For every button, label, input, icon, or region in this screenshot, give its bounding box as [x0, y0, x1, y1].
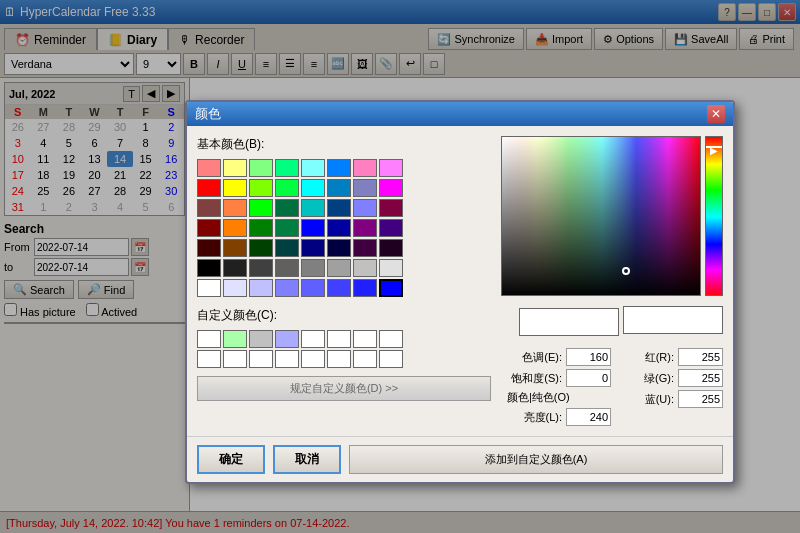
basic-color-swatch[interactable] [301, 279, 325, 297]
custom-color-swatch[interactable] [353, 350, 377, 368]
basic-color-swatch[interactable] [353, 239, 377, 257]
basic-color-swatch[interactable] [353, 259, 377, 277]
basic-color-swatch[interactable] [223, 239, 247, 257]
basic-color-swatch[interactable] [301, 219, 325, 237]
custom-color-swatch[interactable] [223, 330, 247, 348]
basic-color-swatch[interactable] [379, 159, 403, 177]
basic-color-swatch[interactable] [379, 259, 403, 277]
custom-color-swatch[interactable] [353, 330, 377, 348]
basic-color-swatch[interactable] [275, 179, 299, 197]
basic-color-swatch[interactable] [301, 259, 325, 277]
basic-color-swatch[interactable] [301, 239, 325, 257]
basic-color-swatch[interactable] [327, 199, 351, 217]
basic-color-swatch[interactable] [327, 239, 351, 257]
ok-button[interactable]: 确定 [197, 445, 265, 474]
basic-color-swatch[interactable] [275, 219, 299, 237]
basic-color-swatch[interactable] [249, 159, 273, 177]
basic-color-swatch[interactable] [275, 159, 299, 177]
custom-color-swatch[interactable] [327, 330, 351, 348]
blue-row: 蓝(U): [619, 390, 723, 408]
basic-color-swatch[interactable] [223, 159, 247, 177]
custom-color-swatch[interactable] [379, 330, 403, 348]
custom-color-swatch[interactable] [275, 350, 299, 368]
green-label: 绿(G): [619, 371, 674, 386]
custom-color-swatch[interactable] [379, 350, 403, 368]
basic-color-swatch[interactable] [197, 159, 221, 177]
basic-color-swatch[interactable] [379, 179, 403, 197]
basic-color-swatch[interactable] [353, 199, 377, 217]
hue-label: 色调(E): [507, 350, 562, 365]
basic-color-swatch[interactable] [275, 199, 299, 217]
cancel-button[interactable]: 取消 [273, 445, 341, 474]
red-row: 红(R): [619, 348, 723, 366]
basic-color-swatch[interactable] [249, 219, 273, 237]
basic-color-swatch[interactable] [327, 219, 351, 237]
dialog-overlay: 颜色 ✕ 基本颜色(B): 自定义颜色(C): 规定自定义颜色(D) >> [0, 0, 800, 533]
spectrum-row: ▶ [501, 136, 723, 296]
pure-color-label: 颜色|纯色(O) [507, 390, 570, 405]
basic-color-swatch[interactable] [301, 159, 325, 177]
custom-color-swatch[interactable] [275, 330, 299, 348]
color-spectrum[interactable] [501, 136, 701, 296]
basic-color-swatch[interactable] [327, 179, 351, 197]
basic-color-swatch[interactable] [197, 259, 221, 277]
red-input[interactable] [678, 348, 723, 366]
basic-color-swatch[interactable] [275, 279, 299, 297]
hue-bar[interactable]: ▶ [705, 136, 723, 296]
green-row: 绿(G): [619, 369, 723, 387]
blue-input[interactable] [678, 390, 723, 408]
dialog-title-bar: 颜色 ✕ [187, 102, 733, 126]
saturation-input[interactable] [566, 369, 611, 387]
brightness-input[interactable] [566, 408, 611, 426]
brightness-label: 亮度(L): [507, 410, 562, 425]
basic-color-swatch[interactable] [249, 259, 273, 277]
basic-color-swatch[interactable] [379, 239, 403, 257]
basic-color-swatch[interactable] [197, 179, 221, 197]
basic-colors-label: 基本颜色(B): [197, 136, 491, 153]
basic-color-swatch[interactable] [223, 219, 247, 237]
basic-color-swatch[interactable] [353, 159, 377, 177]
custom-color-swatch[interactable] [249, 330, 273, 348]
basic-color-swatch[interactable] [327, 159, 351, 177]
basic-color-swatch[interactable] [353, 219, 377, 237]
basic-color-swatch[interactable] [379, 199, 403, 217]
hue-input[interactable] [566, 348, 611, 366]
basic-color-swatch[interactable] [197, 239, 221, 257]
basic-color-swatch[interactable] [327, 259, 351, 277]
basic-color-swatch[interactable] [197, 199, 221, 217]
basic-color-swatch[interactable] [379, 219, 403, 237]
basic-color-swatch[interactable] [301, 199, 325, 217]
basic-color-swatch[interactable] [379, 279, 403, 297]
brightness-row: 亮度(L): [507, 408, 611, 426]
basic-color-swatch[interactable] [275, 259, 299, 277]
basic-color-swatch[interactable] [197, 219, 221, 237]
custom-color-swatch[interactable] [327, 350, 351, 368]
custom-colors-label: 自定义颜色(C): [197, 307, 491, 324]
basic-color-swatch[interactable] [301, 179, 325, 197]
basic-color-swatch[interactable] [223, 199, 247, 217]
dialog-footer: 确定 取消 添加到自定义颜色(A) [187, 436, 733, 482]
add-custom-color-button[interactable]: 添加到自定义颜色(A) [349, 445, 723, 474]
basic-color-swatch[interactable] [197, 279, 221, 297]
basic-color-swatch[interactable] [275, 239, 299, 257]
basic-color-swatch[interactable] [223, 279, 247, 297]
basic-color-swatch[interactable] [223, 179, 247, 197]
dialog-close-button[interactable]: ✕ [707, 105, 725, 123]
basic-color-swatch[interactable] [353, 179, 377, 197]
basic-color-swatch[interactable] [353, 279, 377, 297]
basic-color-swatch[interactable] [249, 279, 273, 297]
add-custom-button[interactable]: 规定自定义颜色(D) >> [197, 376, 491, 401]
basic-color-swatch[interactable] [249, 199, 273, 217]
custom-color-swatch[interactable] [249, 350, 273, 368]
custom-color-swatch[interactable] [197, 350, 221, 368]
custom-color-swatch[interactable] [223, 350, 247, 368]
basic-color-swatch[interactable] [327, 279, 351, 297]
cv-right: 红(R): 绿(G): 蓝(U): [619, 348, 723, 426]
custom-color-swatch[interactable] [301, 350, 325, 368]
custom-color-swatch[interactable] [301, 330, 325, 348]
basic-color-swatch[interactable] [249, 179, 273, 197]
custom-color-swatch[interactable] [197, 330, 221, 348]
basic-color-swatch[interactable] [249, 239, 273, 257]
basic-color-swatch[interactable] [223, 259, 247, 277]
green-input[interactable] [678, 369, 723, 387]
